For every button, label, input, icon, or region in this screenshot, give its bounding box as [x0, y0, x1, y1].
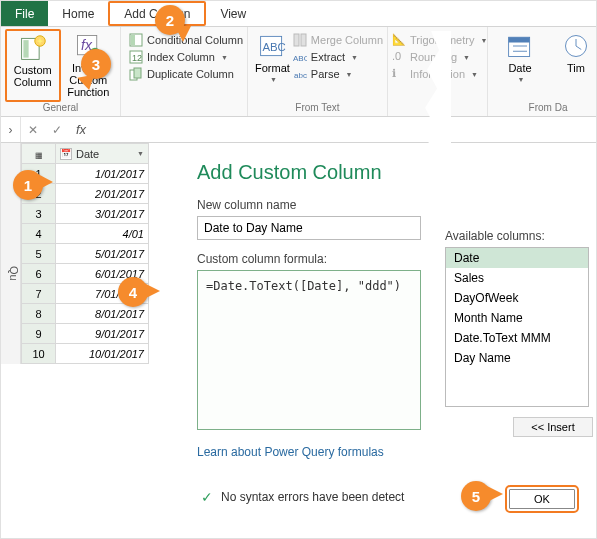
check-icon: ✓ — [201, 489, 213, 505]
formula-input[interactable] — [93, 117, 596, 142]
merge-columns-button[interactable]: Merge Column — [293, 33, 383, 47]
index-column-icon: 12 — [129, 50, 143, 64]
available-column-item[interactable]: Sales — [446, 268, 588, 288]
parse-label: Parse — [311, 68, 340, 80]
row-index: 7 — [22, 284, 56, 304]
date-button[interactable]: Date▼ — [492, 29, 548, 102]
index-column-label: Index Column — [147, 51, 215, 63]
column-header-date-label: Date — [76, 148, 99, 160]
table-corner[interactable]: ▦ — [22, 144, 56, 164]
insert-button[interactable]: << Insert — [513, 417, 593, 437]
cell-date: 4/01 — [56, 224, 149, 244]
chevron-down-icon: ▼ — [518, 76, 525, 84]
row-index: 5 — [22, 244, 56, 264]
available-column-item[interactable]: Date.ToText MMM — [446, 328, 588, 348]
row-index: 10 — [22, 344, 56, 364]
table-row[interactable]: 1010/01/2017 — [22, 344, 149, 364]
duplicate-column-icon — [129, 67, 143, 81]
rounding-label: Rounding — [410, 51, 457, 63]
cell-date: 2/01/2017 — [56, 184, 149, 204]
table-row[interactable]: 55/01/2017 — [22, 244, 149, 264]
callout-5-tail — [485, 485, 503, 503]
available-column-item[interactable]: Date — [446, 248, 588, 268]
svg-rect-15 — [301, 34, 306, 46]
cell-date: 10/01/2017 — [56, 344, 149, 364]
available-column-item[interactable]: Month Name — [446, 308, 588, 328]
chevron-down-icon: ▼ — [471, 71, 478, 78]
table-row[interactable]: 99/01/2017 — [22, 324, 149, 344]
commit-formula-button[interactable]: ✓ — [45, 117, 69, 142]
tab-home[interactable]: Home — [48, 1, 108, 26]
formula-bar: › ✕ ✓ fx — [1, 117, 596, 143]
trigonometry-button[interactable]: 📐Trigonometry▼ — [392, 33, 487, 47]
row-index: 6 — [22, 264, 56, 284]
available-column-item[interactable]: DayOfWeek — [446, 288, 588, 308]
available-columns-panel: Available columns: DateSalesDayOfWeekMon… — [445, 229, 593, 437]
parse-icon: abc — [293, 67, 307, 81]
extract-label: Extract — [311, 51, 345, 63]
info-label: Information — [410, 68, 465, 80]
duplicate-column-button[interactable]: Duplicate Column — [129, 67, 243, 81]
callout-1-tail — [36, 173, 53, 191]
available-columns-label: Available columns: — [445, 229, 593, 243]
available-column-item[interactable]: Day Name — [446, 348, 588, 368]
learn-link[interactable]: Learn about Power Query formulas — [197, 445, 421, 459]
custom-column-button[interactable]: Custom Column — [5, 29, 61, 102]
chevron-down-icon: ▼ — [351, 54, 358, 61]
row-index: 8 — [22, 304, 56, 324]
merge-icon — [293, 33, 307, 47]
calendar-icon — [506, 32, 534, 60]
info-icon: ℹ — [392, 67, 406, 81]
add-custom-column-dialog: Add Custom Column New column name Custom… — [189, 151, 429, 469]
format-icon: ABC — [258, 32, 286, 60]
custom-formula-input[interactable]: =Date.ToText([Date], "ddd") — [197, 270, 421, 430]
trig-icon: 📐 — [392, 33, 406, 47]
tab-file[interactable]: File — [1, 1, 48, 26]
ok-button[interactable]: OK — [509, 489, 575, 509]
svg-text:abc: abc — [294, 71, 307, 80]
time-button[interactable]: Tim — [548, 29, 597, 102]
cell-date: 9/01/2017 — [56, 324, 149, 344]
datetime-type-icon[interactable]: 📅 — [60, 148, 72, 160]
syntax-status: ✓ No syntax errors have been detect — [201, 489, 404, 505]
format-label: Format — [255, 62, 290, 74]
clock-icon — [562, 32, 590, 60]
svg-rect-1 — [23, 40, 28, 58]
tab-view[interactable]: View — [206, 1, 260, 26]
column-header-date[interactable]: 📅 Date ▼ — [56, 144, 149, 164]
fx-icon[interactable]: fx — [69, 117, 93, 142]
group-general-label: General — [5, 102, 116, 114]
expand-queries-button[interactable]: › — [1, 117, 21, 142]
time-label: Tim — [567, 62, 585, 74]
chevron-down-icon: ▼ — [480, 37, 487, 44]
svg-text:ABC: ABC — [293, 54, 307, 63]
chevron-down-icon: ▼ — [463, 54, 470, 61]
duplicate-column-label: Duplicate Column — [147, 68, 234, 80]
table-row[interactable]: 44/01 — [22, 224, 149, 244]
cell-date: 3/01/2017 — [56, 204, 149, 224]
custom-formula-label: Custom column formula: — [197, 252, 421, 266]
format-button[interactable]: ABC Format▼ — [252, 29, 293, 102]
new-column-name-input[interactable] — [197, 216, 421, 240]
cancel-formula-button[interactable]: ✕ — [21, 117, 45, 142]
svg-rect-19 — [509, 37, 530, 42]
syntax-status-text: No syntax errors have been detect — [221, 490, 404, 504]
information-button[interactable]: ℹInformation▼ — [392, 67, 487, 81]
svg-rect-7 — [131, 35, 135, 45]
trig-label: Trigonometry — [410, 34, 474, 46]
rounding-icon: .0 — [392, 50, 406, 64]
dialog-title: Add Custom Column — [197, 161, 421, 184]
custom-column-label: Custom Column — [9, 64, 57, 88]
filter-dropdown-icon[interactable]: ▼ — [137, 150, 144, 157]
svg-rect-11 — [134, 68, 141, 78]
index-column-button[interactable]: 12 Index Column▼ — [129, 50, 243, 64]
conditional-column-icon — [129, 33, 143, 47]
parse-button[interactable]: abc Parse▼ — [293, 67, 383, 81]
svg-text:ABC: ABC — [263, 41, 286, 53]
extract-button[interactable]: ABC Extract▼ — [293, 50, 383, 64]
table-row[interactable]: 33/01/2017 — [22, 204, 149, 224]
available-columns-list[interactable]: DateSalesDayOfWeekMonth NameDate.ToText … — [445, 247, 589, 407]
conditional-column-label: Conditional Column — [147, 34, 243, 46]
group-from-date-label: From Da — [492, 102, 597, 114]
rounding-button[interactable]: .0Rounding▼ — [392, 50, 487, 64]
